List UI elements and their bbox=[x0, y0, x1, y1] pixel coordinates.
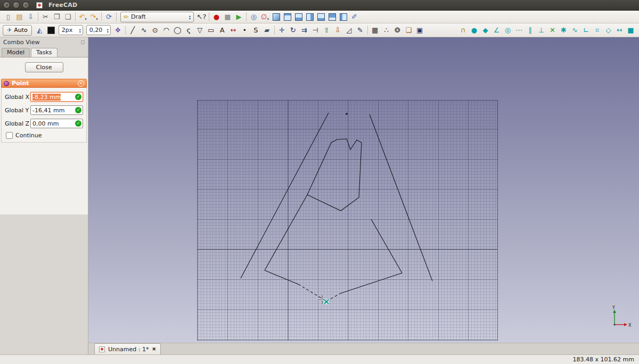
working-plane-button[interactable]: ✈ Auto bbox=[3, 25, 32, 36]
draft-scale-button[interactable]: ◿ bbox=[343, 24, 355, 36]
draft-polararray-button[interactable]: ❂ bbox=[392, 24, 403, 36]
draft-rotate-button[interactable]: ↻ bbox=[288, 24, 299, 36]
macro-stop-button[interactable]: ■ bbox=[222, 11, 233, 22]
draft-rectangle-button[interactable]: ▭ bbox=[206, 24, 217, 36]
draft-upgrade-button[interactable]: ⇧ bbox=[321, 24, 332, 36]
undo-icon: ↶ bbox=[79, 13, 85, 20]
view-top-button[interactable] bbox=[293, 11, 304, 22]
open-document-button[interactable]: ▤ bbox=[14, 11, 25, 22]
point-task-close-icon[interactable]: ✕ bbox=[78, 80, 84, 87]
new-document-button[interactable]: ▯ bbox=[3, 11, 14, 22]
snap-extension-button[interactable]: ⋯ bbox=[513, 24, 525, 36]
line-color-swatch[interactable] bbox=[47, 27, 55, 34]
draft-ellipse-button[interactable]: ◯ bbox=[172, 24, 183, 36]
snap-near-button[interactable]: ∿ bbox=[569, 24, 580, 36]
line-width-spin-arrows[interactable]: ▴▾ bbox=[79, 28, 81, 33]
draft-text-icon: A bbox=[220, 27, 225, 34]
window-minimize-button[interactable]: − bbox=[13, 2, 20, 9]
global-y-input[interactable]: -16,41 mm ✓ bbox=[30, 105, 83, 115]
draft-tools-group: ╱∿⊙◠◯ς▽▭A↔•S▰✛↻⇉⊣⇧⇩◿✎▦∴❂❏▣ bbox=[127, 24, 425, 36]
draft-point-button[interactable]: • bbox=[239, 24, 250, 36]
undo-button[interactable]: ↶▾ bbox=[77, 11, 88, 22]
continue-checkbox[interactable] bbox=[6, 132, 13, 139]
draft-wire-button[interactable]: ∿ bbox=[138, 24, 150, 36]
tab-model[interactable]: Model bbox=[2, 48, 30, 57]
grid-x-axis-line bbox=[198, 249, 497, 250]
draft-trimex-button[interactable]: ⊣ bbox=[310, 24, 321, 36]
snap-lock-button[interactable]: ∩ bbox=[457, 24, 469, 36]
snap-ortho-button[interactable]: ∟ bbox=[580, 24, 592, 36]
view-rear-button[interactable] bbox=[315, 11, 326, 22]
document-tab-close-icon[interactable]: ✖ bbox=[152, 346, 156, 352]
macro-record-button[interactable]: ● bbox=[211, 11, 222, 22]
snap-dimensions-button[interactable]: ↔ bbox=[614, 24, 625, 36]
construction-mode-button[interactable]: ◭ bbox=[34, 24, 45, 36]
draft-point-icon bbox=[4, 81, 9, 86]
global-x-input[interactable]: -8,23 mm ✓ bbox=[30, 92, 83, 102]
undo-dropdown-icon[interactable]: ▾ bbox=[85, 17, 87, 22]
workbench-selector[interactable]: ✏ Draft ▴▾ bbox=[120, 12, 194, 22]
view-bottom-button[interactable] bbox=[326, 11, 338, 22]
draft-bspline-button[interactable]: ς bbox=[183, 24, 194, 36]
apply-style-button[interactable]: ❖ bbox=[112, 24, 124, 36]
view-front-button[interactable] bbox=[282, 11, 293, 22]
combo-arrows-icon[interactable]: ▴▾ bbox=[189, 14, 191, 20]
tab-tasks[interactable]: Tasks bbox=[31, 48, 57, 57]
snap-center-button[interactable]: ◎ bbox=[502, 24, 513, 36]
draft-dimension-button[interactable]: ↔ bbox=[228, 24, 239, 36]
snap-intersection-button[interactable]: ✕ bbox=[547, 24, 558, 36]
line-width-spinbox[interactable]: 2px ▴▾ bbox=[59, 25, 83, 35]
draft-circle-button[interactable]: ⊙ bbox=[150, 24, 161, 36]
snap-endpoint-button[interactable]: ● bbox=[469, 24, 480, 36]
global-z-input[interactable]: 0,00 mm ✓ bbox=[30, 119, 83, 128]
draft-polygon-button[interactable]: ▽ bbox=[194, 24, 206, 36]
draft-clone-button[interactable]: ❏ bbox=[403, 24, 414, 36]
draft-array-button[interactable]: ▦ bbox=[370, 24, 381, 36]
float-panel-icon[interactable]: ◻ bbox=[81, 39, 85, 45]
snap-perpendicular-button[interactable]: ⊥ bbox=[536, 24, 547, 36]
snap-parallel-button[interactable]: ∥ bbox=[525, 24, 536, 36]
draft-facebinder-button[interactable]: ▰ bbox=[261, 24, 273, 36]
measure-distance-button[interactable]: ✐ bbox=[349, 11, 360, 22]
draft-patharray-button[interactable]: ∴ bbox=[381, 24, 392, 36]
save-document-button[interactable]: ⇩ bbox=[25, 11, 36, 22]
text-scale-spinbox[interactable]: 0,20 ▴▾ bbox=[86, 25, 111, 35]
refresh-button[interactable]: ⟳ bbox=[103, 11, 114, 22]
copy-button[interactable]: ❐ bbox=[51, 11, 62, 22]
draft-text-button[interactable]: A bbox=[217, 24, 228, 36]
whats-this-button[interactable]: ↖? bbox=[196, 11, 207, 22]
draft-offset-button[interactable]: ⇉ bbox=[299, 24, 310, 36]
draft-arc-button[interactable]: ◠ bbox=[161, 24, 172, 36]
cut-button[interactable]: ✂ bbox=[40, 11, 51, 22]
window-close-button[interactable]: ✕ bbox=[3, 2, 10, 9]
draft-downgrade-button[interactable]: ⇩ bbox=[332, 24, 343, 36]
text-scale-spin-arrows[interactable]: ▴▾ bbox=[107, 28, 109, 33]
draft-edit-button[interactable]: ✎ bbox=[355, 24, 366, 36]
redo-button[interactable]: ↷▾ bbox=[88, 11, 100, 22]
fit-all-button[interactable]: ◎ bbox=[248, 11, 259, 22]
3d-viewport[interactable]: Y X bbox=[88, 37, 639, 343]
window-maximize-button[interactable]: + bbox=[22, 2, 29, 9]
draft-shape2dview-button[interactable]: ▣ bbox=[414, 24, 425, 36]
snap-toggle-button[interactable]: ■ bbox=[625, 24, 636, 36]
paste-button[interactable]: ❑ bbox=[62, 11, 73, 22]
document-tab[interactable]: ✱ Unnamed : 1* ✖ bbox=[94, 343, 161, 354]
task-close-button[interactable]: Close bbox=[25, 62, 63, 72]
macro-execute-button[interactable]: ▶ bbox=[233, 11, 244, 22]
snap-workingplane-button[interactable]: ◇ bbox=[603, 24, 614, 36]
draft-shapestring-button[interactable]: S bbox=[250, 24, 261, 36]
view-left-button[interactable] bbox=[338, 11, 349, 22]
view-isometric-button[interactable] bbox=[271, 11, 282, 22]
draft-move-button[interactable]: ✛ bbox=[276, 24, 288, 36]
point-task-body: Global X -8,23 mm ✓ Global Y -16,41 mm ✓… bbox=[1, 88, 87, 143]
redo-dropdown-icon[interactable]: ▾ bbox=[96, 17, 98, 22]
view-right-button[interactable] bbox=[304, 11, 315, 22]
snap-angle-button[interactable]: ∠ bbox=[491, 24, 502, 36]
draft-line-button[interactable]: ╱ bbox=[127, 24, 138, 36]
snap-grid-button[interactable]: ⌗ bbox=[592, 24, 603, 36]
snap-midpoint-button[interactable]: ◆ bbox=[480, 24, 491, 36]
file-toolbar-group: ▯▤⇩✂❐❑↶▾↷▾⟳ bbox=[3, 11, 118, 22]
draw-style-button[interactable]: ∅▾ bbox=[259, 11, 271, 22]
snap-special-button[interactable]: ✱ bbox=[558, 24, 569, 36]
draw-style-dropdown-icon[interactable]: ▾ bbox=[267, 17, 269, 22]
